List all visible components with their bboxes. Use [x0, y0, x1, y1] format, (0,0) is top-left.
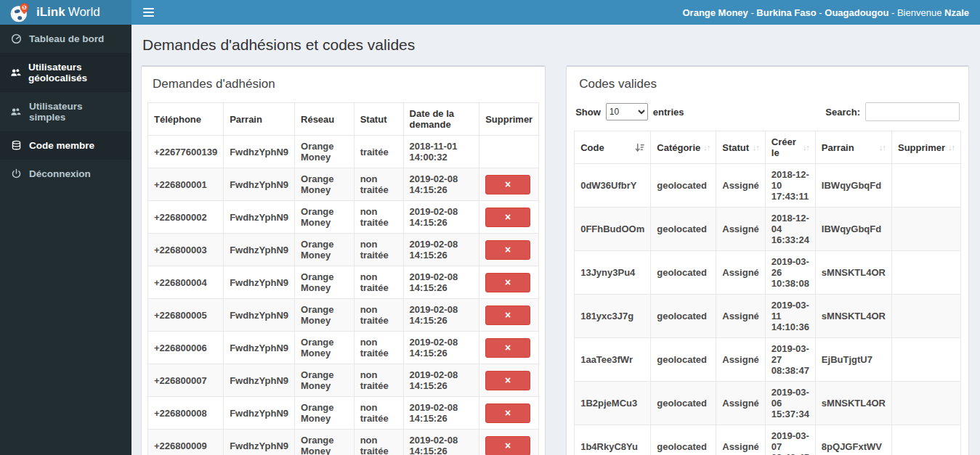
cell-statut: Assigné [716, 425, 766, 455]
cell-date: 2018-12-10 17:43:11 [765, 164, 815, 208]
col-header-supprimer[interactable]: Supprimer↓↑ [891, 131, 960, 164]
user-network: Orange Money [683, 7, 748, 18]
cell-date: 2019-03-07 08:48:45 [765, 425, 815, 455]
table-row: 1aaTee3fWr geolocated Assigné 2019-03-27… [575, 338, 961, 382]
cell-categorie: geolocated [651, 164, 716, 208]
cell-date: 2019-02-08 14:15:26 [403, 430, 479, 455]
cell-date: 2018-12-04 16:33:24 [765, 208, 815, 251]
table-row: +226800008 FwdhzYphN9 Orange Money non t… [148, 397, 539, 430]
cell-parrain: FwdhzYphN9 [224, 168, 295, 201]
cell-code: 0dW36UfbrY [575, 164, 651, 208]
cell-parrain: FwdhzYphN9 [224, 430, 295, 455]
sidebar-item-label: Tableau de bord [29, 33, 104, 44]
sidebar-item-deconnexion[interactable]: Déconnexion [0, 160, 131, 188]
col-header-telephone: Téléphone [148, 103, 224, 136]
cell-supprimer: × [479, 168, 539, 201]
cell-statut: Assigné [716, 338, 766, 382]
panels-row: Demandes d'adhésion Téléphone Parrain Ré… [141, 65, 969, 455]
delete-request-button[interactable]: × [485, 306, 530, 325]
cell-date: 2019-02-08 14:15:26 [403, 266, 479, 299]
table-row: 181yxc3J7g geolocated Assigné 2019-03-11… [575, 295, 961, 338]
delete-request-button[interactable]: × [485, 175, 530, 194]
col-header-creer-le[interactable]: Créer le↓↑ [765, 131, 815, 164]
cell-reseau: Orange Money [295, 168, 355, 201]
delete-request-button[interactable]: × [485, 338, 530, 358]
cell-parrain: FwdhzYphN9 [224, 266, 295, 299]
col-header-parrain: Parrain [224, 103, 295, 136]
delete-request-button[interactable]: × [485, 371, 530, 390]
sort-icon: ↓↑ [803, 143, 809, 152]
sidebar-item-utilisateurs-geolocalises[interactable]: Utilisateurs géolocalisés [0, 53, 131, 92]
cell-phone: +226800005 [148, 299, 224, 332]
dashboard-icon [10, 33, 22, 44]
cell-reseau: Orange Money [295, 430, 355, 455]
brand[interactable]: $ iLinkWorld [0, 0, 131, 25]
greeting-text: Bienvenue [897, 7, 941, 18]
cell-supprimer [891, 208, 960, 251]
user-city: Ouagadougou [825, 7, 888, 18]
cell-supprimer: × [479, 299, 539, 332]
cell-date: 2019-02-08 14:15:26 [403, 201, 479, 234]
sort-icon: ↓↑ [753, 143, 759, 152]
cell-code: 13Jyny3Pu4 [575, 251, 651, 295]
x-icon: × [505, 440, 511, 451]
cell-phone: +226800007 [148, 364, 224, 397]
sidebar-item-tableau-de-bord[interactable]: Tableau de bord [0, 25, 131, 53]
cell-parrain: FwdhzYphN9 [224, 364, 295, 397]
table-row: +226800006 FwdhzYphN9 Orange Money non t… [148, 332, 539, 364]
cell-statut: non traitée [354, 430, 403, 455]
x-icon: × [505, 244, 511, 255]
show-entries-group: Show 10 entries [575, 103, 684, 120]
cell-supprimer: × [479, 430, 539, 455]
search-input[interactable] [865, 102, 960, 121]
cell-parrain: FwdhzYphN9 [224, 397, 295, 430]
cell-date: 2019-02-08 14:15:26 [403, 168, 479, 201]
cell-supprimer: × [479, 201, 539, 234]
cell-reseau: Orange Money [295, 136, 355, 168]
delete-request-button[interactable]: × [485, 403, 530, 423]
x-icon: × [505, 211, 511, 223]
cell-statut: non traitée [354, 397, 403, 430]
sidebar-item-utilisateurs-simples[interactable]: Utilisateurs simples [0, 92, 131, 131]
col-header-categorie[interactable]: Catégorie↓↑ [651, 131, 716, 164]
delete-request-button[interactable]: × [485, 208, 530, 227]
cell-statut: Assigné [716, 295, 766, 338]
sidebar-menu: Tableau de bord Utilisateurs géolocalisé… [0, 25, 131, 188]
cell-parrain: 8pQJGFxtWV [815, 425, 891, 455]
sidebar-item-label: Code membre [29, 140, 94, 151]
cell-statut: non traitée [354, 201, 403, 234]
x-icon: × [505, 309, 511, 321]
datatable-controls: Show 10 entries Search: [575, 102, 960, 121]
cell-statut: Assigné [716, 251, 766, 295]
users-icon [10, 107, 22, 118]
table-row: +226800009 FwdhzYphN9 Orange Money non t… [148, 430, 539, 455]
table-row: +226800004 FwdhzYphN9 Orange Money non t… [148, 266, 539, 299]
sidebar-item-label: Utilisateurs géolocalisés [28, 62, 121, 83]
cell-code: 1b4RkyC8Yu [575, 425, 651, 455]
col-header-parrain[interactable]: Parrain↓↑ [815, 131, 891, 164]
delete-request-button[interactable]: × [485, 273, 530, 292]
cell-phone: +226800002 [148, 201, 224, 234]
user-info: Orange Money - Burkina Faso - Ouagadougo… [683, 7, 980, 18]
sidebar-toggle-button[interactable] [131, 0, 166, 25]
table-row: 13Jyny3Pu4 geolocated Assigné 2019-03-26… [575, 251, 961, 295]
sidebar-item-code-membre[interactable]: Code membre [0, 131, 131, 160]
cell-date: 2019-02-08 14:15:26 [403, 364, 479, 397]
cell-reseau: Orange Money [295, 266, 355, 299]
adhesions-table: Téléphone Parrain Réseau Statut Date de … [147, 102, 539, 455]
cell-parrain: FwdhzYphN9 [224, 136, 295, 168]
cell-statut: non traitée [354, 168, 403, 201]
col-header-code[interactable]: Code [575, 131, 651, 164]
cell-date: 2019-02-08 14:15:26 [403, 332, 479, 364]
table-row: +226800002 FwdhzYphN9 Orange Money non t… [148, 201, 539, 234]
col-header-statut[interactable]: Statut↓↑ [716, 131, 766, 164]
delete-request-button[interactable]: × [485, 436, 530, 455]
cell-reseau: Orange Money [295, 332, 355, 364]
adhesions-header-row: Téléphone Parrain Réseau Statut Date de … [148, 103, 539, 136]
cell-date: 2019-03-27 08:38:47 [765, 338, 815, 382]
sort-icon: ↓↑ [703, 143, 710, 152]
cell-statut: non traitée [354, 299, 403, 332]
codes-panel-title: Codes valides [579, 77, 961, 91]
delete-request-button[interactable]: × [485, 240, 530, 260]
entries-select[interactable]: 10 [606, 103, 648, 120]
